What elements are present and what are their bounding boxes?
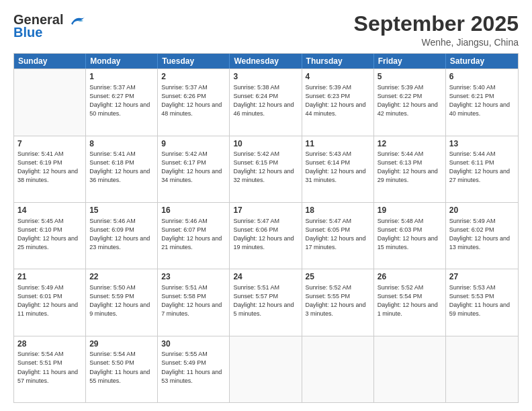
- cal-cell: 5Sunrise: 5:39 AM Sunset: 6:22 PM Daylig…: [374, 69, 446, 135]
- location: Wenhe, Jiangsu, China: [354, 37, 519, 48]
- cal-cell: 27Sunrise: 5:53 AM Sunset: 5:53 PM Dayli…: [446, 269, 518, 335]
- day-number: 3: [233, 71, 298, 83]
- cell-info: Sunrise: 5:41 AM Sunset: 6:18 PM Dayligh…: [89, 150, 154, 185]
- month-title: September 2025: [354, 12, 519, 36]
- day-number: 23: [161, 271, 226, 283]
- cell-info: Sunrise: 5:40 AM Sunset: 6:21 PM Dayligh…: [449, 83, 515, 118]
- day-number: 5: [378, 71, 442, 83]
- day-header-saturday: Saturday: [446, 54, 518, 68]
- logo-bird-icon: [69, 14, 86, 28]
- cell-info: Sunrise: 5:47 AM Sunset: 6:05 PM Dayligh…: [306, 217, 370, 252]
- day-number: 4: [306, 71, 370, 83]
- cal-cell: 16Sunrise: 5:46 AM Sunset: 6:07 PM Dayli…: [158, 203, 230, 269]
- day-number: 6: [449, 71, 515, 83]
- day-header-tuesday: Tuesday: [158, 54, 230, 68]
- day-number: 7: [17, 138, 82, 150]
- cal-cell: 7Sunrise: 5:41 AM Sunset: 6:19 PM Daylig…: [14, 136, 86, 202]
- cal-cell: 19Sunrise: 5:48 AM Sunset: 6:03 PM Dayli…: [374, 203, 446, 269]
- day-number: 17: [233, 205, 298, 216]
- day-number: 30: [161, 338, 226, 350]
- day-header-monday: Monday: [86, 54, 158, 68]
- cal-cell: 30Sunrise: 5:55 AM Sunset: 5:49 PM Dayli…: [158, 336, 230, 402]
- cal-cell: 15Sunrise: 5:46 AM Sunset: 6:09 PM Dayli…: [86, 203, 158, 269]
- cell-info: Sunrise: 5:48 AM Sunset: 6:03 PM Dayligh…: [378, 217, 442, 252]
- day-number: 25: [306, 271, 370, 283]
- cal-cell: 14Sunrise: 5:45 AM Sunset: 6:10 PM Dayli…: [14, 203, 86, 269]
- cal-cell: 6Sunrise: 5:40 AM Sunset: 6:21 PM Daylig…: [446, 69, 518, 135]
- cell-info: Sunrise: 5:54 AM Sunset: 5:50 PM Dayligh…: [89, 350, 154, 385]
- cal-cell: 12Sunrise: 5:44 AM Sunset: 6:13 PM Dayli…: [374, 136, 446, 202]
- cell-info: Sunrise: 5:44 AM Sunset: 6:11 PM Dayligh…: [449, 150, 515, 185]
- cal-cell: [14, 69, 86, 135]
- day-number: 29: [89, 338, 154, 350]
- day-number: 27: [449, 271, 515, 283]
- day-number: 19: [378, 205, 442, 216]
- calendar: SundayMondayTuesdayWednesdayThursdayFrid…: [13, 53, 519, 403]
- cal-cell: 28Sunrise: 5:54 AM Sunset: 5:51 PM Dayli…: [14, 336, 86, 402]
- cell-info: Sunrise: 5:51 AM Sunset: 5:57 PM Dayligh…: [233, 283, 298, 318]
- day-number: 10: [233, 138, 298, 150]
- day-number: 18: [306, 205, 370, 216]
- cell-info: Sunrise: 5:50 AM Sunset: 5:59 PM Dayligh…: [89, 283, 154, 318]
- cal-cell: 21Sunrise: 5:49 AM Sunset: 6:01 PM Dayli…: [14, 269, 86, 335]
- cell-info: Sunrise: 5:42 AM Sunset: 6:17 PM Dayligh…: [161, 150, 226, 185]
- day-number: 15: [89, 205, 154, 216]
- cal-cell: 22Sunrise: 5:50 AM Sunset: 5:59 PM Dayli…: [86, 269, 158, 335]
- day-header-friday: Friday: [374, 54, 446, 68]
- day-number: 9: [161, 138, 226, 150]
- logo-blue: Blue: [13, 25, 42, 40]
- cell-info: Sunrise: 5:39 AM Sunset: 6:22 PM Dayligh…: [378, 83, 442, 118]
- cell-info: Sunrise: 5:38 AM Sunset: 6:24 PM Dayligh…: [233, 83, 298, 118]
- day-number: 8: [89, 138, 154, 150]
- day-number: 24: [233, 271, 298, 283]
- day-header-wednesday: Wednesday: [230, 54, 302, 68]
- cal-cell: 9Sunrise: 5:42 AM Sunset: 6:17 PM Daylig…: [158, 136, 230, 202]
- cell-info: Sunrise: 5:45 AM Sunset: 6:10 PM Dayligh…: [17, 217, 82, 252]
- cal-cell: 11Sunrise: 5:43 AM Sunset: 6:14 PM Dayli…: [302, 136, 374, 202]
- day-header-sunday: Sunday: [14, 54, 86, 68]
- calendar-body: 1Sunrise: 5:37 AM Sunset: 6:27 PM Daylig…: [14, 68, 518, 402]
- cal-cell: 3Sunrise: 5:38 AM Sunset: 6:24 PM Daylig…: [230, 69, 302, 135]
- day-number: 20: [449, 205, 515, 216]
- cal-cell: [302, 336, 374, 402]
- cal-cell: [374, 336, 446, 402]
- cell-info: Sunrise: 5:49 AM Sunset: 6:02 PM Dayligh…: [449, 217, 515, 252]
- cal-cell: 13Sunrise: 5:44 AM Sunset: 6:11 PM Dayli…: [446, 136, 518, 202]
- cell-info: Sunrise: 5:53 AM Sunset: 5:53 PM Dayligh…: [449, 283, 515, 318]
- page: General Blue September 2025 Wenhe, Jiang…: [0, 0, 532, 411]
- day-number: 16: [161, 205, 226, 216]
- cal-cell: 1Sunrise: 5:37 AM Sunset: 6:27 PM Daylig…: [86, 69, 158, 135]
- header: General Blue September 2025 Wenhe, Jiang…: [13, 12, 519, 48]
- cal-cell: 10Sunrise: 5:42 AM Sunset: 6:15 PM Dayli…: [230, 136, 302, 202]
- cal-cell: [230, 336, 302, 402]
- cell-info: Sunrise: 5:47 AM Sunset: 6:06 PM Dayligh…: [233, 217, 298, 252]
- cell-info: Sunrise: 5:51 AM Sunset: 5:58 PM Dayligh…: [161, 283, 226, 318]
- week-row-4: 21Sunrise: 5:49 AM Sunset: 6:01 PM Dayli…: [14, 269, 518, 335]
- title-block: September 2025 Wenhe, Jiangsu, China: [354, 12, 519, 48]
- day-number: 2: [161, 71, 226, 83]
- calendar-header: SundayMondayTuesdayWednesdayThursdayFrid…: [14, 54, 518, 68]
- day-number: 26: [378, 271, 442, 283]
- cell-info: Sunrise: 5:42 AM Sunset: 6:15 PM Dayligh…: [233, 150, 298, 185]
- cell-info: Sunrise: 5:46 AM Sunset: 6:07 PM Dayligh…: [161, 217, 226, 252]
- cal-cell: 2Sunrise: 5:37 AM Sunset: 6:26 PM Daylig…: [158, 69, 230, 135]
- day-number: 11: [306, 138, 370, 150]
- cal-cell: 8Sunrise: 5:41 AM Sunset: 6:18 PM Daylig…: [86, 136, 158, 202]
- day-number: 14: [17, 205, 82, 216]
- week-row-2: 7Sunrise: 5:41 AM Sunset: 6:19 PM Daylig…: [14, 136, 518, 202]
- cell-info: Sunrise: 5:52 AM Sunset: 5:55 PM Dayligh…: [306, 283, 370, 318]
- cal-cell: 26Sunrise: 5:52 AM Sunset: 5:54 PM Dayli…: [374, 269, 446, 335]
- cell-info: Sunrise: 5:44 AM Sunset: 6:13 PM Dayligh…: [378, 150, 442, 185]
- day-number: 22: [89, 271, 154, 283]
- cell-info: Sunrise: 5:54 AM Sunset: 5:51 PM Dayligh…: [17, 350, 82, 385]
- cal-cell: 20Sunrise: 5:49 AM Sunset: 6:02 PM Dayli…: [446, 203, 518, 269]
- cal-cell: [446, 336, 518, 402]
- day-number: 12: [378, 138, 442, 150]
- cell-info: Sunrise: 5:37 AM Sunset: 6:26 PM Dayligh…: [161, 83, 226, 118]
- cell-info: Sunrise: 5:52 AM Sunset: 5:54 PM Dayligh…: [378, 283, 442, 318]
- cal-cell: 18Sunrise: 5:47 AM Sunset: 6:05 PM Dayli…: [302, 203, 374, 269]
- cal-cell: 17Sunrise: 5:47 AM Sunset: 6:06 PM Dayli…: [230, 203, 302, 269]
- day-number: 13: [449, 138, 515, 150]
- cal-cell: 4Sunrise: 5:39 AM Sunset: 6:23 PM Daylig…: [302, 69, 374, 135]
- cal-cell: 29Sunrise: 5:54 AM Sunset: 5:50 PM Dayli…: [86, 336, 158, 402]
